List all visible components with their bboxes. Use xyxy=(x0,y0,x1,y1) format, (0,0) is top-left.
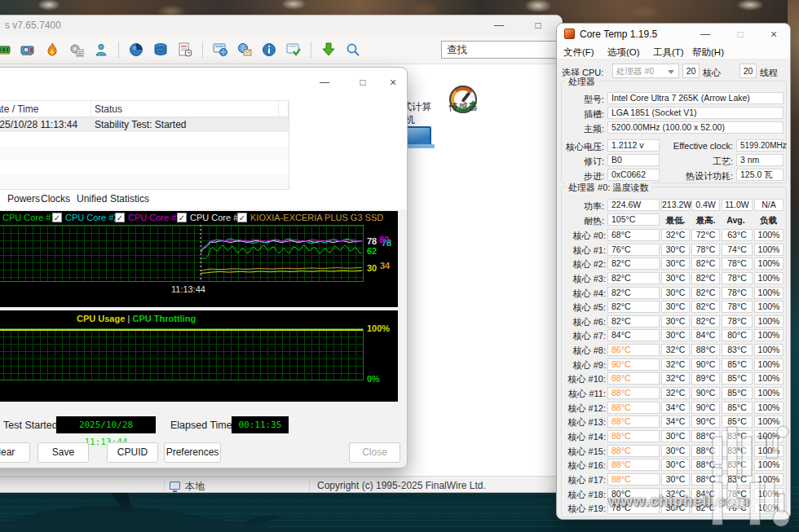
legend-label-core4[interactable]: CPU Core #4 xyxy=(190,213,243,222)
log-col-status[interactable]: Status xyxy=(91,101,279,117)
menu-file[interactable]: 文件(F) xyxy=(563,46,594,59)
clear-button[interactable]: Clear xyxy=(0,442,30,463)
menu-options[interactable]: 选项(O) xyxy=(607,46,640,59)
core-label: 核心 #19: xyxy=(563,503,606,515)
save-button[interactable]: Save xyxy=(38,442,89,463)
cores-label: 核心 xyxy=(703,67,721,79)
core-label: 核心 #15: xyxy=(563,446,606,458)
core-label: 核心 #18: xyxy=(563,489,606,501)
legend-checkbox-core3[interactable]: ✓ xyxy=(115,213,125,222)
toolbar-separator xyxy=(202,42,203,58)
menu-help[interactable]: 帮助(H) xyxy=(692,46,724,59)
core-temp-row: 核心 #6:82°C30°C82°C78°C100% xyxy=(563,314,785,329)
computer-item-icon[interactable] xyxy=(405,126,431,146)
vid-value: 1.2112 v xyxy=(607,139,660,152)
coretemp-titlebar[interactable]: Core Temp 1.19.5 — □ × xyxy=(557,24,790,45)
aida64-toolbar xyxy=(0,35,562,64)
memory-icon[interactable] xyxy=(0,42,11,57)
cpu-dropdown[interactable]: 处理器 #0 xyxy=(612,64,679,78)
threads-label: 线程 xyxy=(760,67,778,79)
core-label: 核心 #13: xyxy=(563,416,606,429)
stability-tab-strip: Powers Clocks Unified Statistics xyxy=(0,190,407,209)
core-temp-row: 核心 #11:88°C32°C90°C85°C100% xyxy=(563,386,785,401)
core-label: 核心 #5: xyxy=(563,301,606,314)
core-temp-row: 核心 #4:82°C30°C82°C78°C100% xyxy=(563,286,785,301)
gpu-icon[interactable] xyxy=(20,42,35,57)
cpu-usage-trace xyxy=(0,329,363,331)
menu-tools[interactable]: 工具(T) xyxy=(653,46,684,59)
legend-checkbox-core4[interactable]: ✓ xyxy=(177,213,187,222)
x-axis-time-label: 11:13:44 xyxy=(164,284,213,294)
coretemp-close-button[interactable]: × xyxy=(762,26,785,42)
core-value-box: 78°C xyxy=(722,287,753,299)
core-value-box: 84°C xyxy=(691,329,720,341)
core-value-box: 78°C xyxy=(722,257,753,270)
monitor-check-icon[interactable] xyxy=(286,42,301,57)
core-value-box: 82°C xyxy=(691,315,720,328)
tab-powers[interactable]: Powers xyxy=(7,193,40,204)
core-value-box: 90°C xyxy=(691,358,720,371)
stability-minimize-button[interactable]: — xyxy=(313,74,336,90)
search-icon[interactable] xyxy=(346,42,360,57)
stability-close-button[interactable]: × xyxy=(382,74,404,90)
core-value-box: 78°C xyxy=(722,315,753,328)
legend-checkbox-ssd[interactable]: ✓ xyxy=(237,213,247,222)
coretemp-menubar: 文件(F) 选项(O) 工具(T) 帮助(H) xyxy=(557,45,790,59)
legend-label-core1[interactable]: CPU Core #1 xyxy=(2,213,55,222)
log-table-empty-row xyxy=(0,160,289,175)
log-col-datetime[interactable]: Date / Time xyxy=(0,101,91,117)
cpuid-button[interactable]: CPUID xyxy=(107,442,158,463)
aida64-window-title: s v7.65.7400 xyxy=(5,20,61,31)
preferences-icon[interactable] xyxy=(69,42,84,57)
log-table-header[interactable]: Date / Time Status xyxy=(0,101,289,117)
core-value-box: 32°C xyxy=(661,387,690,399)
user-icon[interactable] xyxy=(94,42,108,57)
disk-usage-icon[interactable] xyxy=(129,42,143,57)
aida64-minimize-button[interactable]: — xyxy=(488,17,510,33)
legend-label-ssd[interactable]: KIOXIA-EXCERIA PLUS G3 SSD xyxy=(250,213,383,222)
core-value-box: 85°C xyxy=(722,402,753,414)
log-table-row[interactable]: 2025/10/28 11:13:44 Stability Test: Star… xyxy=(0,117,289,132)
core-value-box: 32°C xyxy=(661,229,690,241)
col-header-max: 最高. xyxy=(691,215,721,226)
core-value-box: 100% xyxy=(754,329,784,341)
preferences-button[interactable]: Preferences xyxy=(164,442,221,463)
log-row-datetime: 2025/10/28 11:13:44 xyxy=(0,117,91,132)
temperature-traces xyxy=(0,225,364,282)
core-value-box: 85°C xyxy=(722,372,753,385)
tab-clocks[interactable]: Clocks xyxy=(41,193,70,204)
readings-group-title: 处理器 #0: 温度读数 xyxy=(565,182,651,194)
core-value-box: 82°C xyxy=(691,272,720,284)
tab-statistics[interactable]: Statistics xyxy=(110,193,149,204)
aida64-maximize-button[interactable]: □ xyxy=(527,17,550,33)
stability-maximize-button[interactable]: □ xyxy=(351,74,374,90)
core-value-box: 30°C xyxy=(661,257,690,270)
coretemp-maximize-button[interactable]: □ xyxy=(729,26,752,42)
report-icon[interactable] xyxy=(178,42,192,57)
core-value-box: 30°C xyxy=(661,430,690,442)
coretemp-minimize-button[interactable]: — xyxy=(694,26,717,42)
burn-icon[interactable] xyxy=(45,42,60,57)
web-mail-icon[interactable] xyxy=(237,42,252,57)
tab-unified[interactable]: Unified xyxy=(77,193,107,204)
core-value-box: 82°C xyxy=(607,315,660,328)
power-cores: 213.2W xyxy=(661,199,690,211)
info-icon[interactable] xyxy=(262,42,276,57)
aida64-titlebar[interactable]: s v7.65.7400 — □ xyxy=(0,15,562,35)
core-value-box: 32°C xyxy=(661,372,690,385)
search-input[interactable] xyxy=(441,41,560,59)
legend-checkbox-core2[interactable]: ✓ xyxy=(52,213,62,222)
download-icon[interactable] xyxy=(321,42,336,57)
core-value-box: 100% xyxy=(754,229,784,241)
close-button[interactable]: Close xyxy=(349,442,400,463)
legend-label-core2[interactable]: CPU Core #2 xyxy=(65,213,118,222)
remote-monitor-icon[interactable] xyxy=(213,42,227,57)
legend-label-core3[interactable]: CPU Core #3 xyxy=(128,213,181,222)
end-value-core3: 80 xyxy=(379,235,389,244)
usage-100-label: 100% xyxy=(367,323,390,333)
database-icon[interactable] xyxy=(153,42,168,57)
aida64-statusbar: 本地 Copyright (c) 1995-2025 FinalWire Ltd… xyxy=(0,476,562,493)
power-na: N/A xyxy=(754,199,784,211)
socket-value: LGA 1851 (Socket V1) xyxy=(607,107,784,119)
sensor-item-label[interactable]: 传感器 xyxy=(444,100,482,114)
